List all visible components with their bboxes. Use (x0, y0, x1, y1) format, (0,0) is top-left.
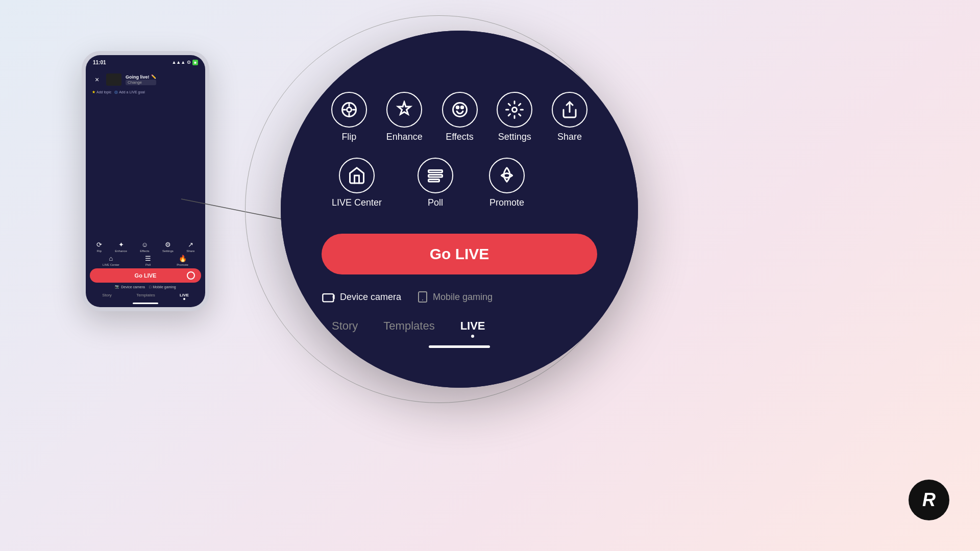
live-center-icon: ⌂ (109, 255, 113, 262)
enhance-icon (395, 101, 413, 119)
zoom-circle: Flip Enhance (281, 31, 638, 388)
zoom-effects-button[interactable]: Effects (442, 92, 478, 142)
phone-live-center-button[interactable]: ⌂ LIVE Center (103, 255, 119, 266)
zoom-poll-button[interactable]: Poll (418, 158, 453, 208)
phone-camera-options: 📷 Device camera □ Mobile gaming (90, 285, 201, 289)
share-icon (560, 101, 579, 119)
zoom-tab-live-dot (471, 335, 474, 338)
zoom-camera-options: Device camera Mobile gaming (322, 290, 597, 304)
zoom-share-button[interactable]: Share (552, 92, 587, 142)
svg-point-2 (347, 108, 351, 112)
phone-status-icons: ▲▲▲ ⊙ ■ (172, 60, 198, 65)
zoom-promote-label: Promote (489, 197, 524, 208)
zoom-promote-button[interactable]: Promote (489, 158, 525, 208)
svg-rect-9 (429, 175, 443, 178)
zoom-promote-icon-circle (489, 158, 525, 193)
promote-icon: 🔥 (179, 255, 187, 262)
phone-time: 11:01 (93, 60, 106, 65)
phone-poll-button[interactable]: ☰ Poll (145, 255, 151, 266)
phone-settings-button[interactable]: ⚙ Settings (162, 241, 174, 253)
phone-change-button[interactable]: Change (126, 80, 156, 85)
phone-tabs: Story Templates LIVE (90, 291, 201, 302)
zoom-icons-row-1: Flip Enhance (322, 92, 597, 142)
zoom-go-live-button[interactable]: Go LIVE (322, 234, 597, 274)
tablet-icon (416, 291, 429, 303)
enhance-icon: ✦ (118, 241, 124, 248)
phone-header: × Going live! ✏️ Change (86, 69, 205, 88)
tab-live-indicator (183, 298, 185, 300)
add-topic-button[interactable]: ★ Add topic (92, 90, 111, 94)
zoom-effects-label: Effects (446, 132, 474, 142)
phone-promote-button[interactable]: 🔥 Promote (177, 255, 188, 266)
zoom-icons-row-2: LIVE Center Poll (322, 158, 597, 208)
zoom-poll-label: Poll (428, 197, 443, 208)
zoom-poll-icon-circle (418, 158, 453, 193)
svg-point-3 (453, 103, 467, 117)
phone-status-bar: 11:01 ▲▲▲ ⊙ ■ (86, 55, 205, 69)
phone-live-info: Going live! ✏️ Change (106, 73, 156, 86)
phone-go-live-dot (187, 271, 195, 280)
flip-icon: ⟳ (96, 241, 102, 248)
mobile-gaming-option[interactable]: □ Mobile gaming (149, 285, 176, 289)
device-camera-option[interactable]: 📷 Device camera (115, 285, 145, 289)
phone-home-indicator (133, 303, 158, 304)
phone-enhance-button[interactable]: ✦ Enhance (115, 241, 127, 253)
phone-effects-button[interactable]: ☺ Effects (140, 241, 149, 253)
phone-thumbnail (106, 73, 121, 86)
edit-icon: ✏️ (151, 74, 156, 79)
phone-going-live-title: Going live! ✏️ (126, 74, 156, 80)
poll-icon (426, 166, 445, 185)
live-center-icon (348, 166, 366, 185)
add-goal-button[interactable]: ◎ Add a LIVE goal (114, 90, 145, 94)
tab-live[interactable]: LIVE (180, 293, 189, 300)
zoom-tab-story[interactable]: Story (332, 319, 358, 338)
camera-icon-sm: 📷 (115, 285, 119, 289)
phone-flip-button[interactable]: ⟳ Flip (96, 241, 102, 253)
svg-rect-11 (323, 294, 333, 302)
zoom-home-indicator (429, 345, 490, 348)
phone-screen: × Going live! ✏️ Change ★ Add to (86, 69, 205, 307)
gamepad-icon-sm: □ (149, 285, 151, 289)
zoom-flip-icon-circle (331, 92, 367, 128)
svg-point-6 (512, 108, 517, 112)
signal-icon: ▲▲▲ (172, 60, 185, 65)
zoom-live-center-label: LIVE Center (332, 197, 382, 208)
zoom-settings-button[interactable]: Settings (497, 92, 532, 142)
svg-point-4 (456, 106, 459, 109)
phone-frame: 11:01 ▲▲▲ ⊙ ■ × Going live! ✏️ C (82, 51, 209, 311)
zoom-tab-live[interactable]: LIVE (460, 319, 485, 338)
zoom-mobile-gaming-option[interactable]: Mobile gaming (416, 291, 493, 303)
phone-go-live-button[interactable]: Go LIVE (90, 268, 201, 283)
effects-icon (451, 101, 469, 119)
zoom-live-center-button[interactable]: LIVE Center (332, 158, 382, 208)
svg-rect-8 (429, 170, 443, 173)
wifi-icon: ⊙ (187, 60, 191, 65)
zoom-device-camera-option[interactable]: Device camera (322, 290, 401, 304)
zoom-tab-templates[interactable]: Templates (383, 319, 434, 338)
zoom-share-label: Share (557, 132, 582, 142)
battery-icon: ■ (192, 60, 198, 65)
star-icon: ★ (92, 90, 95, 94)
zoom-enhance-button[interactable]: Enhance (386, 92, 423, 142)
poll-icon: ☰ (145, 255, 151, 262)
settings-icon: ⚙ (165, 241, 171, 248)
zoom-flip-button[interactable]: Flip (331, 92, 367, 142)
zoom-enhance-label: Enhance (386, 132, 423, 142)
svg-point-5 (461, 106, 463, 109)
phone-mockup: 11:01 ▲▲▲ ⊙ ■ × Going live! ✏️ C (82, 51, 209, 311)
tab-templates[interactable]: Templates (136, 293, 155, 300)
r-badge: R (909, 480, 949, 520)
promote-icon (498, 166, 516, 185)
zoom-share-icon-circle (552, 92, 587, 128)
phone-topics: ★ Add topic ◎ Add a LIVE goal (86, 88, 205, 96)
phone-title-area: Going live! ✏️ Change (126, 74, 156, 85)
phone-icons-row-2: ⌂ LIVE Center ☰ Poll 🔥 Promote (90, 255, 201, 266)
flip-icon (340, 101, 358, 119)
tab-story[interactable]: Story (102, 293, 112, 300)
goal-icon: ◎ (114, 90, 118, 94)
zoom-enhance-icon-circle (386, 92, 422, 128)
zoom-effects-icon-circle (442, 92, 478, 128)
phone-close-button[interactable]: × (92, 74, 102, 85)
camera-icon (322, 290, 336, 304)
effects-icon: ☺ (141, 241, 148, 248)
